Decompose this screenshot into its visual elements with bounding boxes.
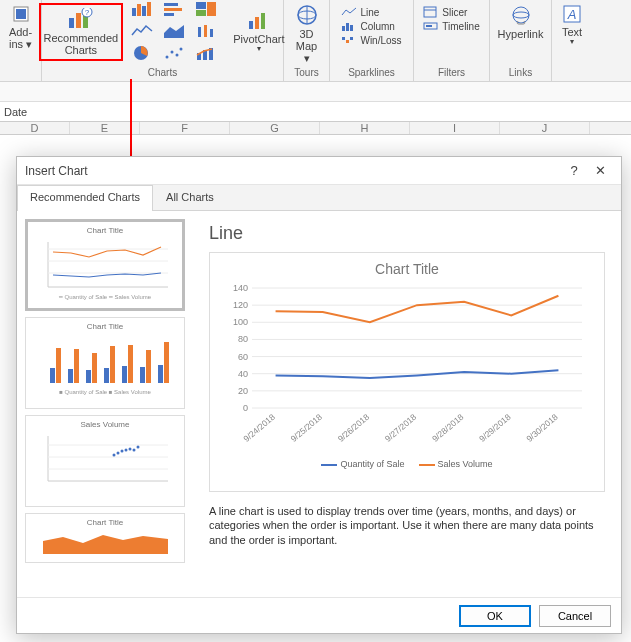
thumb-title: Chart Title <box>87 226 123 235</box>
svg-point-45 <box>513 7 529 23</box>
chart-treemap-icon[interactable] <box>195 1 223 19</box>
links-group-label: Links <box>509 66 532 79</box>
sparkline-column-icon <box>341 20 357 32</box>
text-button[interactable]: A Text ▾ <box>560 2 584 49</box>
chart-area-icon[interactable] <box>163 23 191 41</box>
chart-hbar-icon[interactable] <box>163 1 191 19</box>
hyperlink-button[interactable]: Hyperlink <box>496 2 546 42</box>
chart-type-heading: Line <box>209 223 605 244</box>
svg-point-79 <box>129 448 132 451</box>
thumb-title: Chart Title <box>87 322 123 331</box>
dialog-close-button[interactable]: ✕ <box>587 163 613 178</box>
pivotchart-button[interactable]: PivotChart ▾ <box>231 9 286 56</box>
addins-icon <box>11 4 31 24</box>
svg-rect-2 <box>69 18 74 28</box>
svg-rect-38 <box>342 37 345 40</box>
svg-point-22 <box>166 56 169 59</box>
sparkline-line-button[interactable]: Line <box>341 6 401 18</box>
svg-rect-63 <box>110 346 115 383</box>
chart-line-icon[interactable] <box>131 23 159 41</box>
chart-scatter-icon[interactable] <box>163 45 191 63</box>
chart-stock-icon[interactable] <box>195 23 223 41</box>
col-I[interactable]: I <box>410 122 500 134</box>
chart-canvas: 0204060801001201409/24/20189/25/20189/26… <box>222 283 592 453</box>
svg-text:9/26/2018: 9/26/2018 <box>336 412 372 444</box>
timeline-button[interactable]: Timeline <box>423 20 479 32</box>
col-F[interactable]: F <box>140 122 230 134</box>
svg-point-77 <box>121 450 124 453</box>
sparkline-winloss-button[interactable]: Win/Loss <box>341 34 401 46</box>
tab-recommended-charts[interactable]: Recommended Charts <box>17 185 153 211</box>
ok-button[interactable]: OK <box>459 605 531 627</box>
sparkline-column-label: Column <box>360 21 394 32</box>
text-icon: A <box>562 4 582 24</box>
slicer-button[interactable]: Slicer <box>423 6 479 18</box>
svg-rect-44 <box>426 25 432 27</box>
dialog-title: Insert Chart <box>25 164 88 178</box>
chart-bar-icon[interactable] <box>131 1 159 19</box>
svg-text:20: 20 <box>238 386 248 396</box>
svg-point-23 <box>171 51 174 54</box>
svg-rect-11 <box>164 3 178 6</box>
chart-legend: Quantity of Sale Sales Volume <box>222 459 592 469</box>
svg-point-46 <box>513 12 529 18</box>
svg-text:60: 60 <box>238 352 248 362</box>
cancel-button[interactable]: Cancel <box>539 605 611 627</box>
dropdown-icon: ▾ <box>257 45 261 54</box>
3dmap-label1: 3D <box>299 28 313 40</box>
recommended-charts-button[interactable]: ? Recommended Charts <box>39 3 124 61</box>
svg-rect-40 <box>350 37 353 40</box>
svg-rect-64 <box>122 366 127 383</box>
svg-rect-18 <box>198 27 201 37</box>
svg-rect-66 <box>140 367 145 383</box>
sparkline-column-button[interactable]: Column <box>341 20 401 32</box>
thumb-title: Sales Volume <box>81 420 130 429</box>
svg-rect-16 <box>196 10 206 16</box>
svg-rect-20 <box>210 29 213 37</box>
column-headers: D E F G H I J <box>0 122 631 135</box>
svg-rect-7 <box>132 8 136 16</box>
col-J[interactable]: J <box>500 122 590 134</box>
col-H[interactable]: H <box>320 122 410 134</box>
chart-description: A line chart is used to display trends o… <box>209 504 605 547</box>
dialog-help-button[interactable]: ? <box>561 163 587 178</box>
svg-point-76 <box>117 452 120 455</box>
col-G[interactable]: G <box>230 122 320 134</box>
svg-rect-29 <box>249 21 253 29</box>
thumb-scatter-chart[interactable]: Sales Volume <box>25 415 185 507</box>
svg-rect-37 <box>350 25 353 31</box>
hyperlink-label: Hyperlink <box>498 28 544 40</box>
svg-rect-57 <box>56 348 61 383</box>
thumb-area-chart[interactable]: Chart Title <box>25 513 185 563</box>
svg-rect-58 <box>68 369 73 383</box>
chart-preview-card[interactable]: Chart Title 0204060801001201409/24/20189… <box>209 252 605 492</box>
tab-all-charts[interactable]: All Charts <box>153 185 227 210</box>
thumb-bar-chart[interactable]: Chart Title ■ Quantity of Sale ■ Sales V… <box>25 317 185 409</box>
addins-label2: ins ▾ <box>9 38 32 50</box>
chart-thumbnails[interactable]: Chart Title ━ Quantity of Sale ━ Sales V… <box>17 211 193 597</box>
svg-rect-67 <box>146 350 151 383</box>
svg-rect-60 <box>86 370 91 383</box>
svg-point-25 <box>180 48 183 51</box>
svg-marker-82 <box>43 535 168 554</box>
svg-rect-68 <box>158 365 163 383</box>
addins-button[interactable]: Add- ins ▾ <box>7 2 34 52</box>
chart-pie-icon[interactable] <box>131 45 159 63</box>
timeline-label: Timeline <box>442 21 479 32</box>
svg-text:40: 40 <box>238 369 248 379</box>
svg-text:9/30/2018: 9/30/2018 <box>524 412 560 444</box>
legend-quantity: Quantity of Sale <box>321 459 404 469</box>
tours-group-label: Tours <box>294 66 318 79</box>
thumb-line-chart[interactable]: Chart Title ━ Quantity of Sale ━ Sales V… <box>25 219 185 311</box>
3d-map-button[interactable]: 3D Map ▾ <box>290 2 323 66</box>
sparkline-winloss-label: Win/Loss <box>360 35 401 46</box>
hyperlink-icon <box>510 4 532 26</box>
svg-rect-30 <box>255 17 259 29</box>
sparkline-winloss-icon <box>341 34 357 46</box>
svg-rect-15 <box>207 2 216 16</box>
namebox-value: Date <box>4 106 27 118</box>
name-box-strip: Date <box>0 102 631 122</box>
chart-combo-icon[interactable] <box>195 45 223 63</box>
svg-rect-56 <box>50 368 55 383</box>
col-D[interactable]: D <box>0 122 70 134</box>
